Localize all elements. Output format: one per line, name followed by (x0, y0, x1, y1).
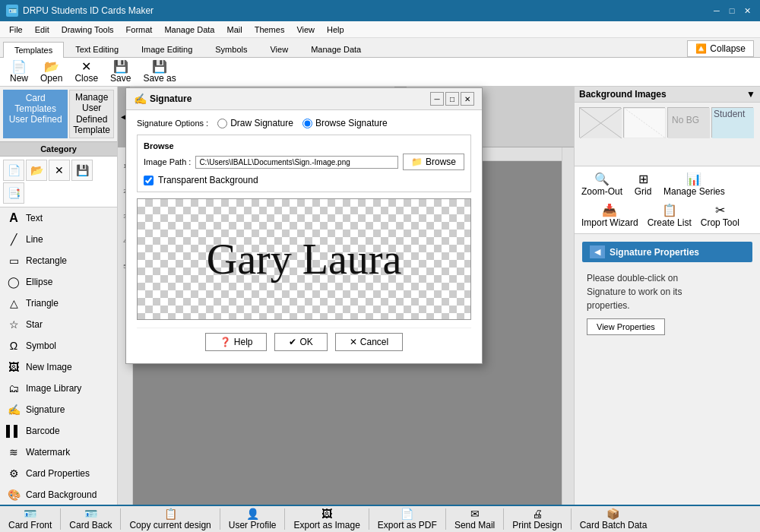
send-mail-tool[interactable]: ✉ Send Mail (449, 506, 500, 532)
menu-mail[interactable]: Mail (220, 24, 248, 36)
sep5 (369, 508, 369, 530)
sidebar-item-image-library[interactable]: 🗂 Image Library (0, 378, 117, 399)
close-button[interactable]: ✕ (740, 4, 754, 17)
cancel-button[interactable]: ✕ Cancel (335, 333, 403, 351)
app-icon: 🪪 (6, 5, 18, 17)
open-tool[interactable]: 📂 (26, 160, 47, 181)
tab-symbols[interactable]: Symbols (204, 41, 258, 57)
export-image-tool[interactable]: 🖼 Export as Image (288, 506, 365, 532)
dialog-title-text: Signature (150, 93, 192, 104)
sidebar-item-new-image[interactable]: 🖼 New Image (0, 356, 117, 378)
sidebar-item-line[interactable]: ╱ Line (0, 229, 117, 250)
new-button[interactable]: 📄 New (5, 59, 33, 86)
menu-themes[interactable]: Themes (249, 24, 291, 36)
sidebar-item-ellipse[interactable]: ◯ Ellipse (0, 271, 117, 293)
menu-help[interactable]: Help (321, 24, 350, 36)
svg-text:No BG: No BG (672, 115, 699, 125)
tab-templates[interactable]: Templates (3, 42, 64, 58)
ok-label: OK (299, 337, 312, 347)
browse-section: Browse Image Path : 📁 Browse Transparent… (137, 135, 471, 192)
sidebar-item-rectangle[interactable]: ▭ Rectangle (0, 250, 117, 271)
transparent-bg-checkbox[interactable] (144, 176, 154, 185)
minimize-button[interactable]: ─ (710, 4, 724, 17)
bg-thumb-1[interactable] (579, 107, 621, 138)
collapse-button[interactable]: 🔼 Collapse (687, 40, 754, 57)
crop-icon: ✂ (715, 203, 725, 217)
sidebar-item-triangle[interactable]: △ Triangle (0, 293, 117, 314)
menu-view[interactable]: View (290, 24, 321, 36)
dialog-minimize[interactable]: ─ (430, 92, 444, 106)
sig-back-button[interactable]: ◀ (590, 245, 605, 258)
browse-sig-radio[interactable] (302, 119, 312, 128)
manage-series-tool[interactable]: 📊 Manage Series (660, 169, 729, 199)
tab-view[interactable]: View (258, 41, 299, 57)
draw-sig-radio[interactable] (217, 119, 227, 128)
send-mail-icon: ✉ (470, 508, 480, 520)
grid-label: Grid (635, 186, 652, 197)
crop-tool[interactable]: ✂ Crop Tool (697, 201, 743, 230)
sep6 (445, 508, 446, 530)
sidebar-item-card-background[interactable]: 🎨 Card Background (0, 484, 117, 505)
bg-thumb-3[interactable]: No BG (667, 107, 709, 138)
crop-label: Crop Tool (701, 217, 739, 228)
dialog-maximize[interactable]: □ (445, 92, 459, 106)
sidebar-item-barcode[interactable]: ▌▌ Barcode (0, 420, 117, 442)
print-design-icon: 🖨 (532, 508, 543, 520)
sidebar-item-signature[interactable]: ✍ Signature (0, 399, 117, 420)
card-back-tool[interactable]: 🪪 Card Back (64, 506, 117, 532)
sidebar-item-symbol[interactable]: Ω Symbol (0, 335, 117, 356)
manage-user-defined-button[interactable]: Manage User Defined Template (69, 90, 114, 138)
menu-edit[interactable]: Edit (29, 24, 55, 36)
create-list-tool[interactable]: 📋 Create List (644, 201, 695, 230)
image-path-input[interactable] (195, 156, 398, 169)
user-profile-tool[interactable]: 👤 User Profile (223, 506, 282, 532)
dialog-close[interactable]: ✕ (461, 92, 474, 106)
sidebar-item-star[interactable]: ☆ Star (0, 314, 117, 335)
manage-series-icon: 📊 (686, 172, 701, 186)
bg-dropdown-icon[interactable]: ▼ (746, 89, 755, 100)
save-as-button[interactable]: 💾 Save as (138, 59, 181, 86)
import-wizard-tool[interactable]: 📥 Import Wizard (578, 201, 642, 230)
copy-design-tool[interactable]: 📋 Copy current design (124, 506, 216, 532)
print-design-tool[interactable]: 🖨 Print Design (507, 506, 567, 532)
save-icon: 💾 (113, 61, 128, 73)
zoom-out-tool[interactable]: 🔍 Zoom-Out (578, 169, 626, 199)
menu-manage-data[interactable]: Manage Data (158, 24, 220, 36)
menu-format[interactable]: Format (120, 24, 159, 36)
bg-thumb-4[interactable]: Student (711, 107, 753, 138)
title-bar: 🪪 DRPU Students ID Cards Maker ─ □ ✕ (0, 0, 760, 21)
grid-icon: ⊞ (638, 172, 648, 186)
tab-text-editing[interactable]: Text Editing (64, 41, 130, 57)
ok-button[interactable]: ✔ OK (274, 333, 327, 351)
import-wizard-label: Import Wizard (581, 217, 638, 228)
ribbon-tabs: Templates Text Editing Image Editing Sym… (0, 38, 760, 58)
open-button[interactable]: 📂 Open (35, 59, 68, 86)
grid-tool[interactable]: ⊞ Grid (628, 169, 658, 199)
close-tool[interactable]: ✕ (49, 160, 70, 181)
new-tool[interactable]: 📄 (3, 160, 24, 181)
card-templates-button[interactable]: Card Templates User Defined (3, 90, 68, 138)
menu-file[interactable]: File (3, 24, 29, 36)
card-front-tool[interactable]: 🪪 Card Front (3, 506, 57, 532)
tab-image-editing[interactable]: Image Editing (130, 41, 204, 57)
save-button[interactable]: 💾 Save (105, 59, 136, 86)
menu-drawing-tools[interactable]: Drawing Tools (55, 24, 120, 36)
user-profile-icon: 👤 (246, 508, 259, 520)
view-properties-button[interactable]: View Properties (587, 318, 665, 335)
saveas-tool[interactable]: 📑 (3, 182, 24, 204)
export-pdf-tool[interactable]: 📄 Export as PDF (372, 506, 442, 532)
card-batch-tool[interactable]: 📦 Card Batch Data (575, 506, 653, 532)
close-tool-button[interactable]: ✕ Close (69, 59, 103, 86)
card-batch-label: Card Batch Data (580, 520, 648, 530)
new-image-label: New Image (26, 362, 72, 372)
maximize-button[interactable]: □ (725, 4, 739, 17)
browse-button[interactable]: 📁 Browse (403, 154, 464, 170)
sidebar-item-text[interactable]: A Text (0, 207, 117, 229)
sidebar-item-watermark[interactable]: ≋ Watermark (0, 442, 117, 463)
help-button[interactable]: ❓ Help (205, 333, 268, 351)
save-tool[interactable]: 💾 (71, 160, 93, 181)
sidebar-item-card-properties[interactable]: ⚙ Card Properties (0, 463, 117, 484)
bg-thumb-2[interactable] (623, 107, 665, 138)
tab-manage-data[interactable]: Manage Data (299, 41, 372, 57)
dialog-title-left: ✍ Signature (134, 93, 192, 105)
